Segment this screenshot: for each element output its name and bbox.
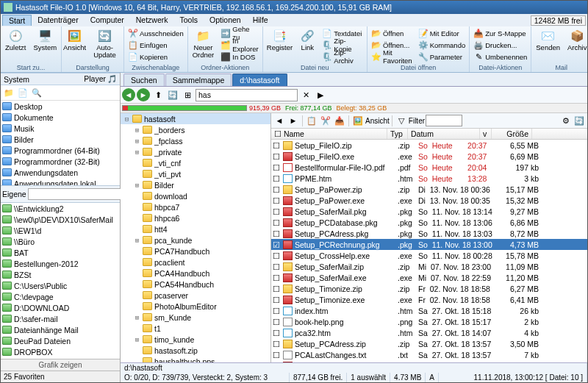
file-row[interactable]: ☐Setup_SaferMail.zip.zipMi 07. Nov. 18 2… [271,261,587,272]
ribbon-kommando[interactable]: ⚙️Kommando [416,39,468,51]
menu-tab-tools[interactable]: Tools [174,15,204,26]
menu-tab-start[interactable]: Start [2,15,32,26]
ribbon-senden[interactable]: ✉️Senden [533,27,563,64]
tree-node[interactable]: _vti_cnf [121,157,270,168]
file-row[interactable]: ☐Setup_PaPower.zip.zipDi 13. Nov. 18 00:… [271,184,587,195]
row-checkbox[interactable]: ☐ [273,207,283,216]
ft-filter[interactable]: Filter [409,117,425,125]
ft-prev-icon[interactable]: ◄ [273,114,286,127]
row-checkbox[interactable]: ☐ [273,185,283,194]
system-node[interactable]: Desktop [1,101,120,112]
eigene-list[interactable]: \\Entwicklung2\\ew0\p\DEV\DX10\SaferMail… [1,203,120,359]
tree-node[interactable]: htt4 [121,223,270,235]
file-row[interactable]: ☐Setup_SaferMail.pkg.pkgSo 11. Nov. 18 1… [271,206,587,217]
ft-paste-icon[interactable]: 📥 [333,114,346,127]
row-checkbox[interactable]: ☐ [273,351,283,359]
file-row[interactable]: ☐Setup_PCAdress.pkg.pkgSo 11. Nov. 18 13… [271,228,587,239]
file-row[interactable]: ☐Setup_Timonize.exe.exeFr 02. Nov. 18 18… [271,294,587,305]
ribbon-zip-archiv[interactable]: 🗜️Zip-Archiv [320,51,365,62]
ft-filter-icon[interactable]: ▽ [395,114,408,127]
ribbon-parameter[interactable]: 🔧Parameter [416,51,468,62]
ribbon-drucken-[interactable]: 🖨️Drucken... [471,39,529,51]
ribbon-ausschneiden[interactable]: ✂️Ausschneiden [126,27,186,39]
ft-refresh-icon[interactable]: 🔄 [573,114,586,127]
tree-node[interactable]: PCA7Handbuch [121,246,270,257]
ribbon-zuletzt[interactable]: 🕘Zuletzt [2,27,29,64]
tree-node[interactable]: hbpca7 [121,201,270,212]
ft-next-icon[interactable]: ► [287,114,300,127]
tree-node[interactable]: ⊟hastasoft [121,113,270,124]
ribbon-mit-favoriten[interactable]: ⭐Mit Favoriten [369,51,415,62]
tree-node[interactable]: PCA4Handbuch [121,268,270,279]
ribbon-neuer-ordner[interactable]: 📁Neuer Ordner [190,27,218,64]
tree-node[interactable]: pcaserver [121,290,270,301]
eigene-node[interactable]: \\ew0\p\DEV\DX10\SaferMail [1,214,120,225]
file-row[interactable]: ☐PPME.htm.htmSo Heute 13:283 kb [271,173,587,184]
col-v[interactable]: v [480,129,492,139]
file-row[interactable]: ☐PCALastChanges.txt.txtSa 27. Okt. 18 13… [271,349,587,360]
row-checkbox[interactable]: ☐ [273,141,283,150]
row-checkbox[interactable]: ☐ [273,284,283,293]
eigene-node[interactable]: BAT [1,247,120,258]
expand-icon[interactable]: ⊞ [134,148,140,156]
file-row[interactable]: ☐Setup_SaferMail.exe.exeMi 07. Nov. 18 2… [271,272,587,283]
expand-icon[interactable]: ⊞ [134,237,140,244]
ribbon-system[interactable]: 🖥️System [31,27,60,64]
tree-node[interactable]: pcaclient [121,257,270,268]
system-node[interactable]: Anwendungsdaten [1,167,120,178]
menu-tab-hilfe[interactable]: Hilfe [247,15,274,26]
row-checkbox[interactable]: ☐ [273,340,283,348]
tree-node[interactable]: ⊞_private [121,146,270,157]
eigene-node[interactable]: \\Büro [1,236,120,247]
expand-icon[interactable]: ⊞ [134,137,140,145]
path-input[interactable] [196,89,298,101]
eigene-node[interactable]: C:\devpage [1,291,120,302]
system-tree[interactable]: DesktopDokumenteMusikBilderProgrammordne… [1,101,120,185]
ribbon-link[interactable]: 🔗Link [296,27,318,64]
clear-icon[interactable]: ✕ [299,88,312,101]
ft-ansicht[interactable]: Ansicht [365,117,390,125]
row-checkbox[interactable]: ☐ [273,329,283,337]
expand-icon[interactable]: ⊞ [134,182,140,189]
tree-node[interactable]: ⊞_borders [121,124,270,135]
back-icon[interactable]: ◄ [122,88,135,101]
row-checkbox[interactable]: ☐ [273,163,283,172]
file-list[interactable]: ☐ Name Typ Datum v Größe ☐Setup_FileIO.z… [271,129,587,362]
ft-cut-icon[interactable]: ✂️ [319,114,332,127]
expand-icon[interactable]: ⊟ [123,115,130,123]
col-datum[interactable]: Datum [408,129,480,139]
row-checkbox[interactable]: ☐ [273,296,283,304]
path-tab-2[interactable]: d:\hastasoft [232,74,287,86]
file-row[interactable]: ☐Setup_PaPower.exe.exeDi 13. Nov. 18 00:… [271,195,587,206]
col-typ[interactable]: Typ [387,129,408,139]
ribbon-zur-s-mappe[interactable]: 📥Zur S-Mappe [471,27,529,39]
ft-view-icon[interactable]: 🖼️ [351,114,365,127]
system-node[interactable]: Anwendungsdaten lokal [1,178,120,185]
ft-cfg-icon[interactable]: ⚙ [559,114,573,127]
tree-node[interactable]: t1 [121,323,270,334]
file-row[interactable]: ☐Setup_FileIO.exe.exeSo Heute 20:376,69 … [271,151,587,162]
eigene-node[interactable]: Bestellungen-2012 [1,258,120,269]
ribbon-kopieren[interactable]: 📄Kopieren [126,51,186,62]
row-checkbox[interactable]: ☐ [273,229,283,238]
eigene-node[interactable]: D:\safer-mail [1,313,120,324]
tree-node[interactable]: hhpca6 [121,212,270,223]
ft-copy-icon[interactable]: 📋 [305,114,318,127]
tree-node[interactable]: ⊞timo_kunde [121,334,270,345]
up-icon[interactable]: ⬆ [151,88,165,101]
file-row[interactable]: ☐pca32.htm.htmSa 27. Okt. 18 14:074 kb [271,327,587,338]
menu-tab-datenträger[interactable]: Datenträger [32,15,84,26]
expand-icon[interactable]: ⊞ [134,126,140,134]
eigene-filter-input[interactable] [28,188,126,200]
file-row[interactable]: ☑Setup_PCRechnung.pkg.pkgSo 11. Nov. 18 … [271,239,587,250]
row-checkbox[interactable]: ☐ [273,251,283,260]
file-row[interactable]: ☐book-help.png.pngSa 27. Okt. 18 15:172 … [271,316,587,327]
tree-node[interactable]: ⊞pca_kunde [121,235,270,246]
eigene-node[interactable]: \\Entwicklung2 [1,203,120,214]
row-checkbox[interactable]: ☐ [273,273,283,282]
tree-node[interactable]: PhotoAlbumEditor [121,301,270,312]
system-node[interactable]: Musik [1,123,120,134]
tree-node[interactable]: _vti_pvt [121,168,270,179]
menu-tab-netzwerk[interactable]: Netzwerk [130,15,174,26]
row-checkbox[interactable]: ☐ [273,307,283,315]
